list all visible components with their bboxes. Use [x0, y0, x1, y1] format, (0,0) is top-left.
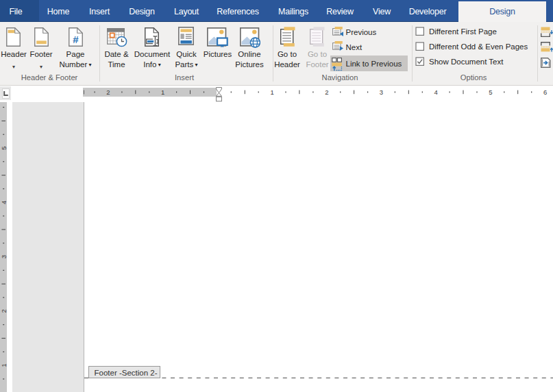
svg-text:1: 1 — [0, 364, 7, 367]
svg-text:4: 4 — [434, 88, 438, 96]
svg-text:4: 4 — [0, 201, 7, 204]
svg-text:6: 6 — [543, 88, 547, 96]
svg-text:#: # — [73, 34, 79, 45]
svg-text:2: 2 — [106, 88, 110, 96]
svg-text:5: 5 — [0, 146, 7, 149]
svg-text:5: 5 — [489, 88, 492, 96]
svg-text:3: 3 — [380, 88, 383, 96]
svg-text:1: 1 — [270, 88, 273, 96]
svg-text:3: 3 — [0, 255, 7, 258]
svg-text:2: 2 — [325, 88, 328, 96]
svg-text:2: 2 — [0, 309, 7, 313]
svg-text:1: 1 — [161, 88, 164, 96]
